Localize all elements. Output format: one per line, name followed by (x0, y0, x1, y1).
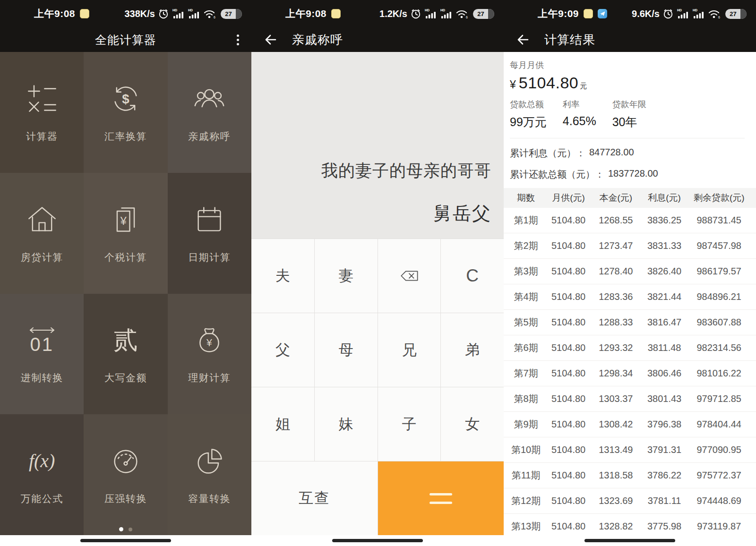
alarm-icon (158, 9, 169, 19)
cell-remaining: 983607.88 (688, 317, 749, 328)
cellular-signal-icon: HD (424, 8, 437, 19)
key-father[interactable]: 父 (251, 313, 314, 387)
panel-result: 上午9:09 9.6K/s HD HD 6 27 计算结果 每月月供 ¥ 510… (504, 0, 756, 546)
home-indicator[interactable] (584, 539, 675, 542)
tile-label: 大写金额 (104, 371, 147, 384)
total-repayment-value: 1837728.00 (608, 168, 658, 181)
cell-period: 第8期 (507, 392, 545, 405)
tool-tile-8[interactable]: 贰大写金额 (84, 294, 167, 415)
key-mutual-lookup[interactable]: 互查 (251, 461, 378, 535)
gesture-strip (504, 535, 756, 546)
table-row: 第7期5104.801298.343806.46981016.22 (504, 361, 756, 386)
key-younger-brother[interactable]: 弟 (441, 313, 504, 387)
field-label: 贷款总额 (510, 99, 547, 110)
cell-remaining: 977090.95 (688, 444, 749, 455)
tile-label: 亲戚称呼 (188, 130, 231, 143)
radix-icon: 01 (27, 323, 57, 357)
tool-tile-12[interactable]: 容量转换 (168, 414, 251, 535)
cell-interest: 3796.38 (640, 419, 689, 430)
loan-field: 贷款年限30年 (612, 99, 646, 130)
cell-interest: 3775.98 (640, 521, 689, 532)
tool-grid: 计算器$汇率换算亲戚称呼房贷计算¥个税计算日期计算01进制转换贰大写金额¥理财计… (0, 52, 251, 535)
table-row: 第2期5104.801273.473831.33987457.98 (504, 233, 756, 259)
notification-app-icon (331, 9, 341, 18)
tool-tile-7[interactable]: 01进制转换 (0, 294, 84, 415)
clock-text: 上午9:08 (285, 7, 326, 20)
svg-text:¥: ¥ (206, 337, 212, 349)
cell-principal: 1298.34 (592, 368, 640, 379)
formula-icon: f(x) (29, 444, 55, 478)
tool-tile-5[interactable]: ¥个税计算 (84, 173, 167, 294)
page-title: 亲戚称呼 (292, 32, 343, 48)
key-elder-brother[interactable]: 兄 (378, 313, 441, 387)
cell-interest: 3801.43 (640, 393, 689, 404)
mortgage-icon (26, 203, 58, 237)
loan-field: 利率4.65% (563, 99, 596, 130)
key-mother[interactable]: 母 (315, 313, 378, 387)
repayment-schedule-table[interactable]: 期数月供(元)本金(元)利息(元)剩余贷款(元) 第1期5104.801268.… (504, 188, 756, 539)
column-header: 本金(元) (592, 192, 640, 204)
kinship-display: 我的妻子的母亲的哥哥 舅岳父 (251, 52, 504, 239)
page-dot[interactable] (129, 528, 132, 531)
cell-period: 第9期 (507, 418, 545, 431)
table-row: 第10期5104.801313.493791.31977090.95 (504, 437, 756, 463)
table-row: 第1期5104.801268.553836.25988731.45 (504, 208, 756, 233)
tool-tile-1[interactable]: 计算器 (0, 52, 84, 173)
cell-principal: 1323.69 (592, 495, 640, 506)
cell-interest: 3821.44 (640, 291, 689, 302)
kinship-keypad: 夫妻C父母兄弟姐妹子女互查 (251, 239, 504, 535)
tile-label: 汇率换算 (104, 130, 147, 143)
cell-principal: 1303.37 (592, 393, 640, 404)
field-value: 99万元 (510, 114, 547, 130)
overflow-menu-icon[interactable] (237, 34, 239, 45)
back-arrow-icon[interactable] (264, 33, 278, 46)
tile-label: 个税计算 (104, 251, 147, 264)
column-header: 期数 (507, 192, 545, 204)
tool-tile-11[interactable]: 压强转换 (84, 414, 167, 535)
key-son[interactable]: 子 (378, 387, 441, 461)
home-indicator[interactable] (80, 539, 171, 542)
cell-period: 第2期 (507, 239, 545, 252)
battery-icon: 27 (221, 9, 242, 19)
back-arrow-icon[interactable] (516, 33, 530, 46)
battery-icon: 27 (725, 9, 747, 19)
tool-tile-6[interactable]: 日期计算 (168, 173, 251, 294)
svg-text:HD: HD (425, 9, 430, 12)
total-interest-line: 累计利息（元）： 847728.00 (510, 147, 745, 160)
tool-tile-3[interactable]: 亲戚称呼 (168, 52, 251, 173)
kinship-expression: 我的妻子的母亲的哥哥 (321, 160, 491, 182)
cell-payment: 5104.80 (545, 291, 592, 302)
tile-label: 日期计算 (188, 251, 231, 264)
key-husband[interactable]: 夫 (251, 239, 314, 313)
home-indicator[interactable] (332, 539, 423, 542)
key-clear[interactable]: C (441, 239, 504, 313)
key-elder-sister[interactable]: 姐 (251, 387, 314, 461)
page-dot[interactable] (119, 527, 123, 531)
gesture-strip (251, 535, 504, 546)
key-backspace[interactable] (378, 239, 441, 313)
tool-tile-2[interactable]: $汇率换算 (84, 52, 167, 173)
key-daughter[interactable]: 女 (441, 387, 504, 461)
cell-remaining: 973119.87 (688, 521, 749, 532)
cell-principal: 1268.55 (592, 215, 640, 226)
cell-payment: 5104.80 (545, 368, 592, 379)
total-repayment-label: 累计还款总额（元）： (510, 168, 604, 181)
key-wife[interactable]: 妻 (315, 239, 378, 313)
svg-text:HD: HD (440, 9, 445, 12)
cell-remaining: 974448.69 (688, 495, 749, 506)
key-younger-sister[interactable]: 妹 (315, 387, 378, 461)
relatives-icon (193, 82, 225, 116)
tool-tile-4[interactable]: 房贷计算 (0, 173, 84, 294)
svg-text:¥: ¥ (120, 214, 127, 227)
cellular-signal-icon: HD (692, 8, 704, 19)
tool-tile-9[interactable]: ¥理财计算 (168, 294, 251, 415)
column-header: 利息(元) (640, 192, 689, 204)
key-equals[interactable] (378, 461, 504, 535)
cell-period: 第5期 (507, 316, 545, 329)
pressure-gauge-icon (110, 444, 142, 478)
cell-principal: 1273.47 (592, 240, 640, 251)
cell-period: 第7期 (507, 367, 545, 380)
tax-icon: ¥ (110, 203, 142, 237)
tool-tile-10[interactable]: f(x)万能公式 (0, 414, 84, 535)
svg-text:$: $ (122, 91, 129, 106)
